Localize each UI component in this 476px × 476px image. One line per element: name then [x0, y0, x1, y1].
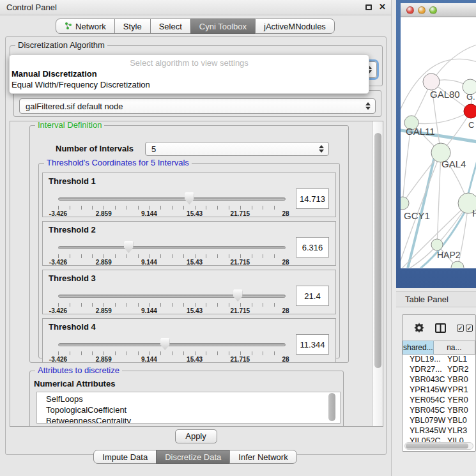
- tab-label: Style: [123, 19, 142, 34]
- threshold-slider[interactable]: -3.4262.8599.14415.4321.71528: [58, 295, 286, 315]
- table-data-combobox[interactable]: galFiltered.sif default node: [19, 98, 376, 114]
- attribute-item[interactable]: BetweennessCentrality: [46, 415, 340, 424]
- table-cell[interactable]: YPR1: [443, 385, 468, 395]
- network-node[interactable]: [464, 104, 476, 118]
- table-cell[interactable]: YBR045C: [403, 406, 443, 416]
- threshold-value-field[interactable]: 11.344: [296, 334, 329, 355]
- slider-track[interactable]: [58, 295, 286, 298]
- column-header-shared[interactable]: shared...: [403, 341, 434, 355]
- slider-track[interactable]: [58, 343, 286, 346]
- tick-label: 21.715: [231, 259, 250, 266]
- table-cell[interactable]: YER054C: [403, 395, 443, 406]
- apply-button[interactable]: Apply: [175, 429, 217, 443]
- table-row[interactable]: YDR27...YDR2: [403, 365, 475, 375]
- tick-label: 2.859: [96, 356, 112, 363]
- table-cell[interactable]: YDR27...: [403, 365, 443, 375]
- network-node-label: H: [472, 208, 476, 219]
- slider-thumb[interactable]: [233, 289, 243, 302]
- split-table-icon[interactable]: [435, 323, 446, 333]
- table-cell[interactable]: YPR145W: [403, 385, 443, 395]
- algorithm-dropdown-popup: Select algorithm to view settings Manual…: [9, 54, 369, 94]
- table-cell[interactable]: YDR2: [443, 365, 468, 375]
- column-visibility-icons[interactable]: ✓ ✓: [457, 325, 473, 332]
- table-cell[interactable]: YER0: [443, 395, 468, 406]
- threshold-value-field[interactable]: 21.4: [296, 286, 329, 306]
- tick-label: 9.144: [141, 259, 157, 266]
- slider-tick-labels: -3.4262.8599.14415.4321.71528: [58, 356, 286, 364]
- scrollbar-thumb[interactable]: [406, 443, 468, 449]
- threshold-slider[interactable]: -3.4262.8599.14415.4321.71528: [58, 343, 286, 364]
- slider-track[interactable]: [58, 246, 286, 249]
- network-node[interactable]: [431, 239, 443, 250]
- scrollbar-thumb[interactable]: [374, 133, 381, 368]
- tick-label: 21.715: [231, 356, 250, 363]
- threshold-panel-3: Threshold 3 -3.4262.8599.14415.4321.7152…: [42, 270, 336, 314]
- table-cell[interactable]: YBR0: [443, 375, 468, 385]
- threshold-value-field[interactable]: 14.713: [296, 188, 329, 209]
- slider-track[interactable]: [58, 197, 286, 201]
- table-row[interactable]: YBR043CYBR0: [403, 375, 475, 385]
- tab-impute-data[interactable]: Impute Data: [93, 450, 157, 464]
- column-header-name[interactable]: na...: [434, 341, 475, 355]
- table-data-group: Table Data galFiltered.sif default node: [13, 90, 381, 117]
- tick-label: 21.715: [231, 210, 250, 217]
- combo-arrows-icon: [365, 102, 371, 110]
- table-row[interactable]: YBL079WYBL0: [403, 416, 475, 426]
- table-cell[interactable]: YLR3: [443, 426, 467, 436]
- zoom-traffic-light[interactable]: [429, 6, 437, 14]
- table-row[interactable]: YPR145WYPR1: [403, 385, 475, 395]
- network-edge: [431, 44, 476, 82]
- tab-jactivemnodules[interactable]: jActiveMNodules: [255, 19, 335, 34]
- gear-icon[interactable]: [414, 323, 424, 333]
- threshold-value-field[interactable]: 6.316: [296, 237, 329, 257]
- threshold-slider[interactable]: -3.4262.8599.14415.4321.71528: [58, 246, 286, 266]
- minimize-traffic-light[interactable]: [418, 6, 426, 14]
- network-node[interactable]: [423, 73, 440, 90]
- table-cell[interactable]: YBL079W: [403, 416, 443, 426]
- tab-select[interactable]: Select: [150, 19, 191, 34]
- numerical-attributes-list[interactable]: SelfLoopsTopologicalCoefficientBetweenne…: [36, 392, 341, 424]
- group-title: Attributes to discretize: [35, 366, 122, 375]
- slider-ticks: [58, 351, 286, 355]
- close-icon[interactable]: ✕: [379, 2, 386, 12]
- tab-cyni-toolbox[interactable]: Cyni Toolbox: [190, 19, 256, 34]
- slider-thumb[interactable]: [124, 241, 134, 253]
- threshold-panel-4: Threshold 4 -3.4262.8599.14415.4321.7152…: [42, 318, 336, 363]
- tab-discretize-data[interactable]: Discretize Data: [156, 450, 230, 464]
- network-node-label: HAP2: [437, 250, 461, 260]
- tab-network[interactable]: Network: [56, 19, 115, 34]
- slider-thumb[interactable]: [185, 192, 194, 204]
- network-node[interactable]: [401, 197, 409, 210]
- table-row[interactable]: YLR345WYLR3: [403, 426, 475, 436]
- attribute-item[interactable]: SelfLoops: [46, 394, 340, 404]
- table-row[interactable]: YDL19...YDL1: [403, 355, 475, 365]
- number-of-intervals-combobox[interactable]: 5: [145, 142, 329, 156]
- table-cell[interactable]: YDL19...: [403, 355, 443, 365]
- table-horizontal-scrollbar[interactable]: [404, 442, 473, 450]
- threshold-slider[interactable]: -3.4262.8599.14415.4321.71528: [58, 197, 286, 218]
- table-cell[interactable]: YBL0: [443, 416, 467, 426]
- table-row[interactable]: YBR045CYBR0: [403, 406, 475, 416]
- attributes-scrollbar-thumb[interactable]: [328, 393, 335, 421]
- table-toolbar: ✓ ✓: [403, 315, 475, 341]
- network-canvas[interactable]: GAL80G.CGAL11GAL4GCY1HHAP2: [401, 17, 476, 268]
- float-window-icon[interactable]: [365, 4, 372, 10]
- settings-vertical-scrollbar[interactable]: [372, 121, 383, 426]
- dropdown-option-manual[interactable]: Manual Discretization: [10, 68, 369, 79]
- table-row[interactable]: YER054CYER0: [403, 395, 475, 406]
- tab-infer-network[interactable]: Infer Network: [229, 450, 296, 464]
- tab-style[interactable]: Style: [114, 19, 151, 34]
- table-cell[interactable]: YDL1: [443, 355, 467, 365]
- dropdown-option-equal-width[interactable]: Equal Width/Frequency Discretization: [10, 79, 369, 90]
- threshold-panel-1: Threshold 1 -3.4262.8599.14415.4321.7152…: [42, 173, 336, 217]
- tab-label: Impute Data: [102, 450, 148, 464]
- tab-label: Cyni Toolbox: [199, 19, 247, 34]
- tick-label: 21.715: [231, 307, 250, 314]
- slider-thumb[interactable]: [160, 338, 170, 350]
- table-cell[interactable]: YBR0: [443, 406, 468, 416]
- top-tab-bar: Network Style Select Cyni Toolbox jActiv…: [0, 19, 391, 34]
- table-cell[interactable]: YLR345W: [403, 426, 443, 436]
- close-traffic-light[interactable]: [406, 6, 414, 14]
- table-cell[interactable]: YBR043C: [403, 375, 443, 385]
- attribute-item[interactable]: TopologicalCoefficient: [46, 404, 340, 415]
